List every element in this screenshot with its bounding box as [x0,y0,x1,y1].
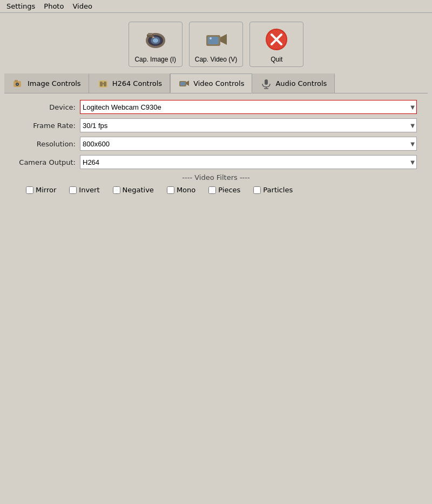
framerate-label: Frame Rate: [15,122,80,130]
tab-bar: Image Controls H264 Controls Video Contr… [4,73,428,93]
menu-photo[interactable]: Photo [39,1,68,11]
svg-rect-16 [15,80,18,82]
camera-output-select-wrapper: H264 ▼ [80,155,417,169]
device-select-wrapper: Logitech Webcam C930e ▼ [80,100,417,114]
filter-negative-label: Negative [123,186,154,194]
filter-pieces-checkbox[interactable] [208,186,216,194]
svg-point-18 [17,83,18,85]
device-label: Device: [15,103,80,111]
svg-point-3 [153,38,158,43]
form-area: Device: Logitech Webcam C930e ▼ Frame Ra… [4,93,428,200]
filter-mirror[interactable]: Mirror [26,186,56,194]
filter-invert-label: Invert [79,186,99,194]
filter-particles-label: Particles [263,186,293,194]
svg-rect-25 [180,82,185,85]
framerate-row: Frame Rate: 30/1 fps ▼ [15,118,417,132]
resolution-select-wrapper: 800x600 ▼ [80,137,417,151]
resolution-label: Resolution: [15,140,80,148]
camera-output-select[interactable]: H264 [80,155,417,169]
svg-rect-5 [148,33,152,35]
quit-icon-area [262,25,291,53]
framerate-select[interactable]: 30/1 fps [80,118,417,132]
main-content: Cap. Image (I) Cap. Video (V) [0,13,432,205]
filter-invert-checkbox[interactable] [69,186,77,194]
cap-image-button[interactable]: Cap. Image (I) [129,22,183,67]
h264-controls-icon [97,78,109,90]
quit-icon [264,26,289,52]
filter-invert[interactable]: Invert [69,186,99,194]
camera-output-row: Camera Output: H264 ▼ [15,155,417,169]
menu-video[interactable]: Video [68,1,96,11]
resolution-select[interactable]: 800x600 [80,137,417,151]
tab-h264-controls[interactable]: H264 Controls [89,73,171,93]
filter-mono-checkbox[interactable] [167,186,174,194]
filter-negative-checkbox[interactable] [113,186,120,194]
quit-button[interactable]: Quit [249,22,303,67]
cap-image-icon [143,26,168,52]
filter-mirror-label: Mirror [36,186,56,194]
framerate-select-wrapper: 30/1 fps ▼ [80,118,417,132]
audio-controls-icon [260,78,272,90]
tab-audio-controls[interactable]: Audio Controls [252,73,335,93]
cap-image-icon-area [141,25,170,53]
svg-marker-8 [220,34,227,45]
svg-rect-26 [265,79,268,85]
tab-image-controls-label: Image Controls [28,79,81,88]
filter-mirror-checkbox[interactable] [26,186,33,194]
svg-point-6 [152,37,154,38]
filters-section: ---- Video Filters ---- Mirror Invert Ne… [15,173,417,194]
menu-settings[interactable]: Settings [2,1,39,11]
tab-video-controls-label: Video Controls [193,79,244,88]
resolution-row: Resolution: 800x600 ▼ [15,137,417,151]
filter-pieces-label: Pieces [218,186,240,194]
filter-pieces[interactable]: Pieces [208,186,240,194]
cap-video-button[interactable]: Cap. Video (V) [189,22,244,67]
filter-negative[interactable]: Negative [113,186,154,194]
cap-video-icon-area [202,25,230,53]
device-select[interactable]: Logitech Webcam C930e [80,100,417,114]
cap-video-icon [203,26,229,52]
video-controls-icon [178,77,190,89]
filter-particles[interactable]: Particles [253,186,293,194]
svg-rect-9 [208,37,219,44]
tab-image-controls[interactable]: Image Controls [4,73,89,93]
svg-marker-24 [186,80,189,86]
toolbar: Cap. Image (I) Cap. Video (V) [4,17,428,71]
image-controls-icon [12,78,24,90]
filter-particles-checkbox[interactable] [253,186,261,194]
camera-output-label: Camera Output: [15,158,80,166]
menubar: Settings Photo Video [0,0,432,13]
filters-title: ---- Video Filters ---- [15,173,417,182]
cap-video-label: Cap. Video (V) [195,56,238,63]
tab-audio-controls-label: Audio Controls [275,79,327,88]
filter-mono[interactable]: Mono [167,186,195,194]
quit-label: Quit [271,56,282,63]
device-row: Device: Logitech Webcam C930e ▼ [15,100,417,114]
filter-mono-label: Mono [177,186,195,194]
svg-point-10 [210,37,212,39]
tab-video-controls[interactable]: Video Controls [170,73,252,93]
filters-row: Mirror Invert Negative Mono Pieces [15,186,417,194]
cap-image-label: Cap. Image (I) [134,56,176,63]
tab-h264-controls-label: H264 Controls [112,79,163,88]
svg-rect-22 [102,83,105,84]
